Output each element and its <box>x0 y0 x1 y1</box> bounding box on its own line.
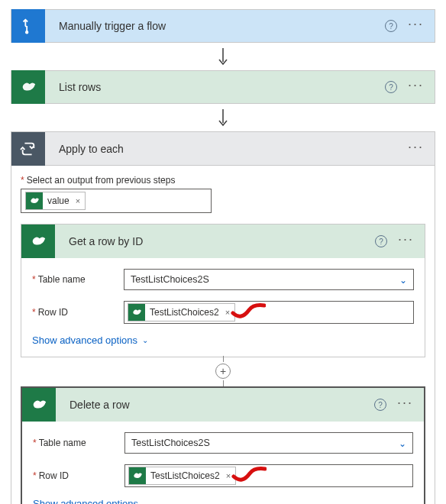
chevron-down-icon: ⌄ <box>399 275 407 286</box>
row-id-input[interactable]: TestListChoices2 × <box>124 464 413 487</box>
row-id-label: *Row ID <box>33 470 124 481</box>
delete-row-card: Delete a row ? ··· *Table name TestListC… <box>21 386 425 504</box>
table-name-label: *Table name <box>32 274 124 285</box>
table-name-value: TestListChoices2S <box>131 274 209 285</box>
token-remove-icon[interactable]: × <box>224 308 230 317</box>
chevron-down-icon: ⌄ <box>399 438 406 449</box>
add-step-button[interactable]: + <box>215 363 231 379</box>
help-icon[interactable]: ? <box>385 81 397 93</box>
table-name-select[interactable]: TestListChoices2S ⌄ <box>124 432 413 454</box>
row-id-input[interactable]: TestListChoices2 × <box>124 301 414 324</box>
apply-to-each-container: Apply to each ··· *Select an output from… <box>11 131 435 504</box>
get-row-card: Get a row by ID ? ··· *Table name TestLi… <box>21 224 425 357</box>
table-name-value: TestListChoices2S <box>131 438 210 448</box>
list-rows-title: List rows <box>45 81 385 93</box>
get-row-title: Get a row by ID <box>55 235 375 247</box>
chevron-down-icon: ⌄ <box>143 499 149 504</box>
show-advanced-link[interactable]: Show advanced options⌄ <box>32 334 414 346</box>
more-icon[interactable]: ··· <box>408 20 424 32</box>
flow-arrow <box>11 43 435 70</box>
trigger-title: Manually trigger a flow <box>45 20 385 32</box>
help-icon[interactable]: ? <box>374 399 386 411</box>
table-name-label: *Table name <box>33 438 124 448</box>
trigger-card[interactable]: Manually trigger a flow ? ··· <box>11 9 435 43</box>
more-icon[interactable]: ··· <box>397 399 413 411</box>
insert-step: + <box>21 362 425 380</box>
token-rowid[interactable]: TestListChoices2 × <box>128 303 235 321</box>
more-icon[interactable]: ··· <box>408 81 424 93</box>
flow-arrow <box>11 104 435 131</box>
row-id-label: *Row ID <box>32 307 124 318</box>
help-icon[interactable]: ? <box>385 20 397 32</box>
list-rows-card[interactable]: List rows ? ··· <box>11 70 435 104</box>
loop-icon <box>11 132 45 166</box>
dataverse-icon <box>21 225 55 258</box>
trigger-icon <box>11 9 45 43</box>
token-label: value <box>47 195 69 206</box>
dataverse-icon <box>11 70 45 104</box>
delete-row-header[interactable]: Delete a row ? ··· <box>22 388 424 422</box>
get-row-header[interactable]: Get a row by ID ? ··· <box>21 225 425 258</box>
apply-to-each-header[interactable]: Apply to each ··· <box>11 132 435 166</box>
select-output-input[interactable]: value × <box>21 189 212 213</box>
token-rowid[interactable]: TestListChoices2 × <box>128 467 236 485</box>
token-label: TestListChoices2 <box>150 307 219 318</box>
table-name-select[interactable]: TestListChoices2S ⌄ <box>124 269 414 290</box>
help-icon[interactable]: ? <box>375 235 387 247</box>
dataverse-icon <box>22 388 56 422</box>
show-advanced-link[interactable]: Show advanced options⌄ <box>33 498 413 504</box>
apply-to-each-title: Apply to each <box>45 143 408 155</box>
token-remove-icon[interactable]: × <box>74 196 80 205</box>
chevron-down-icon: ⌄ <box>142 336 148 344</box>
token-label: TestListChoices2 <box>150 470 220 481</box>
delete-row-title: Delete a row <box>56 399 374 411</box>
token-remove-icon[interactable]: × <box>225 471 231 480</box>
select-output-label: *Select an output from previous steps <box>21 175 425 186</box>
more-icon[interactable]: ··· <box>408 143 424 155</box>
svg-point-0 <box>26 31 28 34</box>
more-icon[interactable]: ··· <box>398 235 414 247</box>
token-value[interactable]: value × <box>25 192 86 210</box>
